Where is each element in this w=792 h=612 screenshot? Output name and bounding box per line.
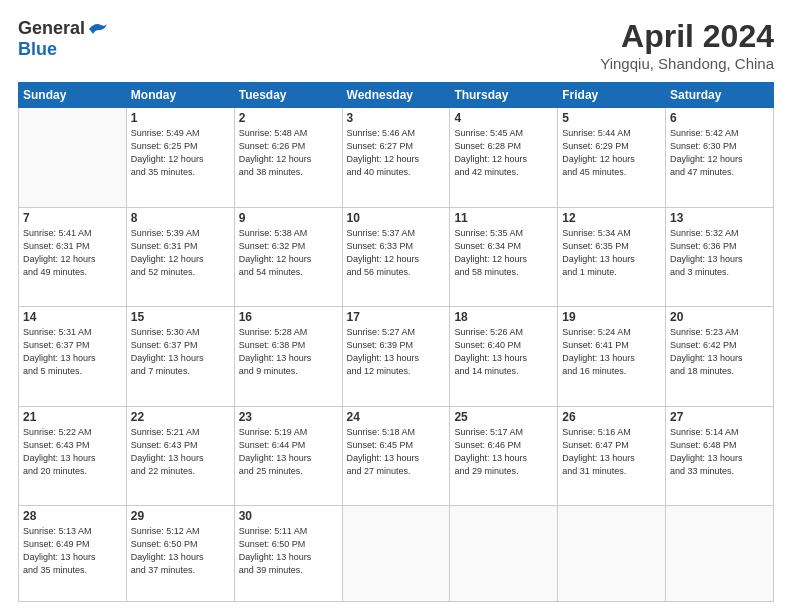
day-info: Sunrise: 5:31 AM Sunset: 6:37 PM Dayligh… bbox=[23, 326, 122, 378]
calendar-week-row: 1Sunrise: 5:49 AM Sunset: 6:25 PM Daylig… bbox=[19, 108, 774, 208]
page: General Blue April 2024 Yingqiu, Shandon… bbox=[0, 0, 792, 612]
calendar-cell: 7Sunrise: 5:41 AM Sunset: 6:31 PM Daylig… bbox=[19, 207, 127, 307]
calendar-cell: 8Sunrise: 5:39 AM Sunset: 6:31 PM Daylig… bbox=[126, 207, 234, 307]
day-info: Sunrise: 5:28 AM Sunset: 6:38 PM Dayligh… bbox=[239, 326, 338, 378]
day-number: 20 bbox=[670, 310, 769, 324]
calendar-cell: 4Sunrise: 5:45 AM Sunset: 6:28 PM Daylig… bbox=[450, 108, 558, 208]
day-info: Sunrise: 5:44 AM Sunset: 6:29 PM Dayligh… bbox=[562, 127, 661, 179]
calendar-cell: 30Sunrise: 5:11 AM Sunset: 6:50 PM Dayli… bbox=[234, 506, 342, 602]
day-info: Sunrise: 5:42 AM Sunset: 6:30 PM Dayligh… bbox=[670, 127, 769, 179]
calendar-cell: 27Sunrise: 5:14 AM Sunset: 6:48 PM Dayli… bbox=[666, 406, 774, 506]
calendar-cell: 11Sunrise: 5:35 AM Sunset: 6:34 PM Dayli… bbox=[450, 207, 558, 307]
logo-general2: Blue bbox=[18, 39, 57, 60]
calendar-cell: 1Sunrise: 5:49 AM Sunset: 6:25 PM Daylig… bbox=[126, 108, 234, 208]
logo-bird-icon bbox=[87, 20, 109, 38]
calendar-cell: 26Sunrise: 5:16 AM Sunset: 6:47 PM Dayli… bbox=[558, 406, 666, 506]
day-number: 11 bbox=[454, 211, 553, 225]
day-number: 18 bbox=[454, 310, 553, 324]
day-info: Sunrise: 5:16 AM Sunset: 6:47 PM Dayligh… bbox=[562, 426, 661, 478]
day-number: 12 bbox=[562, 211, 661, 225]
calendar-header-row: SundayMondayTuesdayWednesdayThursdayFrid… bbox=[19, 83, 774, 108]
calendar-cell bbox=[450, 506, 558, 602]
day-number: 25 bbox=[454, 410, 553, 424]
subtitle: Yingqiu, Shandong, China bbox=[600, 55, 774, 72]
day-info: Sunrise: 5:30 AM Sunset: 6:37 PM Dayligh… bbox=[131, 326, 230, 378]
day-info: Sunrise: 5:13 AM Sunset: 6:49 PM Dayligh… bbox=[23, 525, 122, 577]
weekday-header-saturday: Saturday bbox=[666, 83, 774, 108]
day-number: 19 bbox=[562, 310, 661, 324]
day-number: 7 bbox=[23, 211, 122, 225]
calendar-cell: 24Sunrise: 5:18 AM Sunset: 6:45 PM Dayli… bbox=[342, 406, 450, 506]
day-info: Sunrise: 5:46 AM Sunset: 6:27 PM Dayligh… bbox=[347, 127, 446, 179]
calendar-cell: 10Sunrise: 5:37 AM Sunset: 6:33 PM Dayli… bbox=[342, 207, 450, 307]
main-title: April 2024 bbox=[600, 18, 774, 55]
day-info: Sunrise: 5:21 AM Sunset: 6:43 PM Dayligh… bbox=[131, 426, 230, 478]
calendar-cell bbox=[666, 506, 774, 602]
calendar-cell: 3Sunrise: 5:46 AM Sunset: 6:27 PM Daylig… bbox=[342, 108, 450, 208]
day-number: 26 bbox=[562, 410, 661, 424]
calendar-cell bbox=[342, 506, 450, 602]
day-number: 30 bbox=[239, 509, 338, 523]
day-info: Sunrise: 5:41 AM Sunset: 6:31 PM Dayligh… bbox=[23, 227, 122, 279]
day-info: Sunrise: 5:23 AM Sunset: 6:42 PM Dayligh… bbox=[670, 326, 769, 378]
day-info: Sunrise: 5:48 AM Sunset: 6:26 PM Dayligh… bbox=[239, 127, 338, 179]
title-block: April 2024 Yingqiu, Shandong, China bbox=[600, 18, 774, 72]
day-number: 21 bbox=[23, 410, 122, 424]
day-info: Sunrise: 5:32 AM Sunset: 6:36 PM Dayligh… bbox=[670, 227, 769, 279]
calendar-cell: 18Sunrise: 5:26 AM Sunset: 6:40 PM Dayli… bbox=[450, 307, 558, 407]
day-info: Sunrise: 5:45 AM Sunset: 6:28 PM Dayligh… bbox=[454, 127, 553, 179]
day-number: 17 bbox=[347, 310, 446, 324]
day-number: 1 bbox=[131, 111, 230, 125]
day-info: Sunrise: 5:37 AM Sunset: 6:33 PM Dayligh… bbox=[347, 227, 446, 279]
day-number: 6 bbox=[670, 111, 769, 125]
day-number: 14 bbox=[23, 310, 122, 324]
weekday-header-tuesday: Tuesday bbox=[234, 83, 342, 108]
calendar-cell: 9Sunrise: 5:38 AM Sunset: 6:32 PM Daylig… bbox=[234, 207, 342, 307]
calendar-week-row: 21Sunrise: 5:22 AM Sunset: 6:43 PM Dayli… bbox=[19, 406, 774, 506]
calendar-week-row: 28Sunrise: 5:13 AM Sunset: 6:49 PM Dayli… bbox=[19, 506, 774, 602]
day-info: Sunrise: 5:26 AM Sunset: 6:40 PM Dayligh… bbox=[454, 326, 553, 378]
day-number: 5 bbox=[562, 111, 661, 125]
day-info: Sunrise: 5:22 AM Sunset: 6:43 PM Dayligh… bbox=[23, 426, 122, 478]
calendar-cell bbox=[19, 108, 127, 208]
day-number: 9 bbox=[239, 211, 338, 225]
day-number: 28 bbox=[23, 509, 122, 523]
calendar-cell: 28Sunrise: 5:13 AM Sunset: 6:49 PM Dayli… bbox=[19, 506, 127, 602]
weekday-header-monday: Monday bbox=[126, 83, 234, 108]
calendar-cell: 22Sunrise: 5:21 AM Sunset: 6:43 PM Dayli… bbox=[126, 406, 234, 506]
weekday-header-friday: Friday bbox=[558, 83, 666, 108]
calendar-cell: 2Sunrise: 5:48 AM Sunset: 6:26 PM Daylig… bbox=[234, 108, 342, 208]
day-number: 22 bbox=[131, 410, 230, 424]
day-info: Sunrise: 5:38 AM Sunset: 6:32 PM Dayligh… bbox=[239, 227, 338, 279]
weekday-header-sunday: Sunday bbox=[19, 83, 127, 108]
day-number: 10 bbox=[347, 211, 446, 225]
calendar-cell: 23Sunrise: 5:19 AM Sunset: 6:44 PM Dayli… bbox=[234, 406, 342, 506]
calendar-week-row: 7Sunrise: 5:41 AM Sunset: 6:31 PM Daylig… bbox=[19, 207, 774, 307]
logo-text: General bbox=[18, 18, 109, 39]
day-info: Sunrise: 5:35 AM Sunset: 6:34 PM Dayligh… bbox=[454, 227, 553, 279]
logo: General Blue bbox=[18, 18, 109, 60]
calendar-cell: 19Sunrise: 5:24 AM Sunset: 6:41 PM Dayli… bbox=[558, 307, 666, 407]
day-number: 23 bbox=[239, 410, 338, 424]
calendar-cell: 21Sunrise: 5:22 AM Sunset: 6:43 PM Dayli… bbox=[19, 406, 127, 506]
day-info: Sunrise: 5:34 AM Sunset: 6:35 PM Dayligh… bbox=[562, 227, 661, 279]
calendar-table: SundayMondayTuesdayWednesdayThursdayFrid… bbox=[18, 82, 774, 602]
day-number: 4 bbox=[454, 111, 553, 125]
day-info: Sunrise: 5:12 AM Sunset: 6:50 PM Dayligh… bbox=[131, 525, 230, 577]
day-info: Sunrise: 5:39 AM Sunset: 6:31 PM Dayligh… bbox=[131, 227, 230, 279]
day-number: 2 bbox=[239, 111, 338, 125]
day-info: Sunrise: 5:17 AM Sunset: 6:46 PM Dayligh… bbox=[454, 426, 553, 478]
day-number: 13 bbox=[670, 211, 769, 225]
day-number: 3 bbox=[347, 111, 446, 125]
day-info: Sunrise: 5:27 AM Sunset: 6:39 PM Dayligh… bbox=[347, 326, 446, 378]
header: General Blue April 2024 Yingqiu, Shandon… bbox=[18, 18, 774, 72]
day-info: Sunrise: 5:11 AM Sunset: 6:50 PM Dayligh… bbox=[239, 525, 338, 577]
day-info: Sunrise: 5:18 AM Sunset: 6:45 PM Dayligh… bbox=[347, 426, 446, 478]
day-number: 15 bbox=[131, 310, 230, 324]
day-info: Sunrise: 5:49 AM Sunset: 6:25 PM Dayligh… bbox=[131, 127, 230, 179]
day-number: 8 bbox=[131, 211, 230, 225]
logo-general: General bbox=[18, 18, 85, 39]
calendar-cell bbox=[558, 506, 666, 602]
calendar-cell: 6Sunrise: 5:42 AM Sunset: 6:30 PM Daylig… bbox=[666, 108, 774, 208]
day-info: Sunrise: 5:14 AM Sunset: 6:48 PM Dayligh… bbox=[670, 426, 769, 478]
